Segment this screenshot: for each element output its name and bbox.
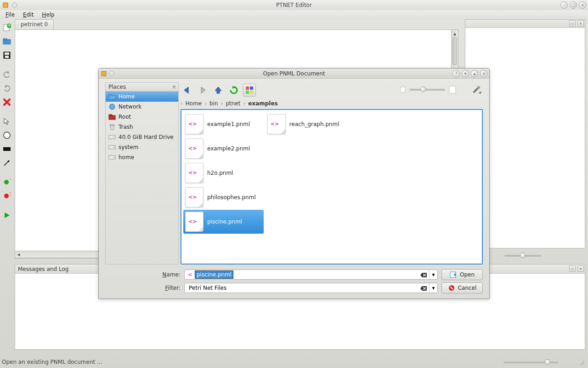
svg-marker-49	[420, 273, 427, 277]
place-item-system[interactable]: system	[106, 142, 178, 152]
document-tabs: petrinet 0	[15, 19, 54, 29]
breadcrumb-home[interactable]: Home	[185, 100, 203, 107]
filter-select[interactable]: Petri Net Files ▾	[184, 283, 438, 293]
places-panel: Places × HomeNetworkRootTrash40.0 GiB Ha…	[105, 82, 179, 266]
filename-value: piscine.pnml	[195, 271, 233, 278]
root-folder-icon	[108, 114, 116, 120]
svg-point-31	[113, 137, 114, 138]
arc-tool-button[interactable]	[1, 157, 12, 168]
dialog-minimize-button[interactable]: ▾	[462, 70, 469, 77]
transition-tool-button[interactable]	[1, 144, 12, 155]
redo-button[interactable]	[1, 83, 12, 94]
drive-icon	[108, 154, 116, 161]
nav-forward-button[interactable]	[196, 84, 209, 97]
file-item[interactable]: <​>reach_graph.pnml	[266, 112, 346, 136]
file-item[interactable]: <​>philosophes.pnml	[183, 185, 264, 209]
messages-title-text: Messages and Log	[18, 266, 68, 272]
nav-back-button[interactable]	[181, 84, 193, 97]
messages-close-button[interactable]: ×	[577, 265, 584, 272]
file-item[interactable]: <​>example2.pnml	[183, 137, 264, 161]
places-header-text: Places	[108, 84, 126, 90]
place-label: Network	[119, 104, 141, 110]
chevron-right-icon: ›	[204, 100, 207, 107]
resize-grip-icon[interactable]	[579, 360, 585, 366]
messages-detach-button[interactable]: ◇	[569, 265, 576, 272]
breadcrumb-examples[interactable]: examples	[247, 100, 278, 107]
scroll-left-icon[interactable]: ◂	[15, 251, 22, 258]
window-title: PTNET Editor	[0, 2, 588, 8]
filename-input[interactable]: <> piscine.pnml ▾	[184, 270, 438, 280]
svg-marker-38	[215, 87, 221, 93]
icon-size-slider[interactable]	[409, 89, 445, 91]
svg-text:×: ×	[9, 192, 11, 197]
maximize-button[interactable]: ▢	[570, 1, 577, 9]
breadcrumb-bin[interactable]: bin	[209, 100, 219, 107]
open-file-button[interactable]	[1, 36, 12, 47]
delete-button[interactable]	[1, 97, 12, 108]
svg-rect-42	[246, 91, 249, 94]
add-token-button[interactable]: +	[1, 177, 12, 188]
place-item-network[interactable]: Network	[106, 102, 178, 112]
place-item-trash[interactable]: Trash	[106, 122, 178, 132]
close-button[interactable]: ×	[579, 1, 586, 9]
scroll-up-icon[interactable]: ▴	[452, 30, 458, 37]
svg-marker-37	[201, 87, 205, 93]
file-item[interactable]: <​>h2o.pnml	[183, 161, 264, 185]
minimize-button[interactable]: –	[560, 1, 568, 9]
menu-edit[interactable]: Edit	[19, 11, 37, 19]
right-panel-close-button[interactable]: ×	[577, 20, 584, 27]
places-close-icon[interactable]: ×	[172, 84, 176, 90]
svg-point-23	[109, 71, 114, 75]
dialog-app-icon[interactable]	[101, 70, 107, 77]
places-header: Places ×	[105, 82, 179, 92]
file-list[interactable]: <​>example1.pnml<​>example2.pnml<​>h2o.p…	[181, 109, 483, 264]
dialog-close-button[interactable]: ×	[480, 70, 487, 77]
filename-clear-icon[interactable]	[420, 271, 427, 279]
svg-point-19	[4, 194, 9, 198]
file-item[interactable]: <​>example1.pnml	[183, 112, 264, 136]
file-type-icon: <>	[187, 272, 194, 277]
scroll-thumb[interactable]	[452, 37, 457, 65]
filter-clear-icon[interactable]	[420, 285, 427, 292]
filter-dropdown-icon[interactable]: ▾	[429, 283, 437, 293]
tab-petrinet-0[interactable]: petrinet 0	[15, 19, 54, 29]
svg-marker-21	[5, 213, 10, 218]
open-file-dialog: Open PNML Document ? ▾ ▴ × Places × Home…	[98, 68, 490, 299]
dialog-maximize-button[interactable]: ▴	[471, 70, 478, 77]
new-file-button[interactable]: +	[1, 22, 12, 33]
cancel-button[interactable]: Cancel	[441, 282, 483, 293]
pointer-tool-button[interactable]	[1, 116, 12, 127]
dialog-help-button[interactable]: ?	[452, 70, 460, 77]
place-item-home[interactable]: Home	[106, 92, 178, 102]
breadcrumb-ptnet[interactable]: ptnet	[225, 100, 241, 107]
svg-rect-28	[109, 115, 112, 116]
remove-token-button[interactable]: ×	[1, 190, 12, 201]
undo-button[interactable]	[1, 69, 12, 80]
menu-help[interactable]: Help	[38, 11, 58, 19]
filename-row: Name: <> piscine.pnml ▾ Open	[158, 269, 483, 280]
place-tool-button[interactable]	[1, 130, 12, 141]
right-zoom-slider[interactable]	[504, 252, 541, 259]
dialog-sticky-icon[interactable]	[109, 70, 114, 77]
svg-rect-8	[5, 52, 9, 55]
chevron-right-icon: ›	[243, 100, 245, 107]
status-zoom-slider[interactable]	[503, 359, 559, 365]
file-label: h2o.pnml	[207, 170, 233, 176]
place-item-root[interactable]: Root	[106, 112, 178, 122]
nav-up-button[interactable]	[212, 84, 225, 97]
place-item-home[interactable]: home	[106, 152, 178, 162]
nav-reload-button[interactable]	[227, 84, 240, 97]
open-button[interactable]: Open	[441, 269, 483, 280]
nav-view-mode-button[interactable]	[243, 84, 256, 97]
right-panel-detach-button[interactable]: ◇	[569, 20, 576, 27]
save-file-button[interactable]	[1, 50, 12, 61]
place-item-40-0-gib-hard-drive[interactable]: 40.0 GiB Hard Drive	[106, 132, 178, 142]
menu-file[interactable]: File	[2, 11, 18, 19]
svg-point-13	[4, 132, 10, 138]
filename-dropdown-icon[interactable]: ▾	[429, 270, 437, 279]
dialog-settings-button[interactable]	[470, 83, 483, 96]
dialog-titlebar[interactable]: Open PNML Document ? ▾ ▴ ×	[99, 69, 489, 79]
run-button[interactable]	[1, 210, 12, 221]
file-item[interactable]: <​>piscine.pnml	[183, 210, 264, 234]
chevron-right-icon: ›	[181, 100, 183, 107]
